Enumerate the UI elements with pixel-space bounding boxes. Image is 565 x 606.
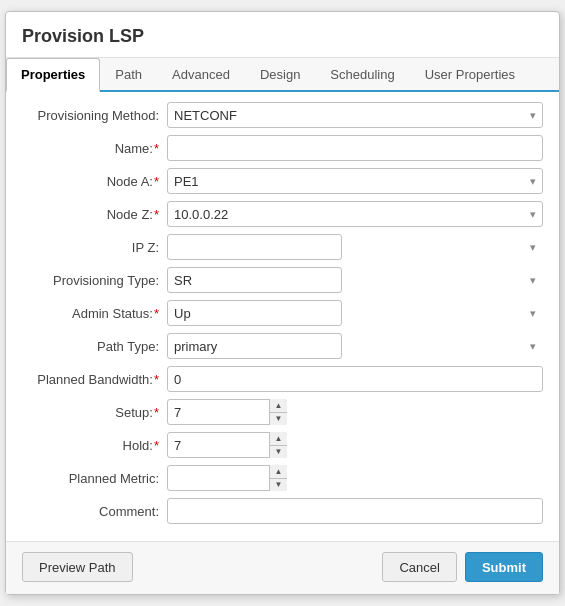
planned-bandwidth-input[interactable] — [167, 366, 543, 392]
node-z-select[interactable]: 10.0.0.22 — [167, 201, 543, 227]
hold-label: Hold:* — [22, 438, 167, 453]
planned-bandwidth-label: Planned Bandwidth:* — [22, 372, 167, 387]
hold-required-star: * — [154, 438, 159, 453]
setup-spinner-buttons: ▲ ▼ — [269, 399, 287, 425]
comment-input[interactable] — [167, 498, 543, 524]
provisioning-type-select-wrapper: SR ▾ — [167, 267, 543, 293]
path-type-label: Path Type: — [22, 339, 167, 354]
name-input[interactable] — [167, 135, 543, 161]
setup-spinner-wrapper: ▲ ▼ — [167, 399, 287, 425]
planned-metric-decrement-button[interactable]: ▼ — [270, 479, 287, 492]
tab-properties[interactable]: Properties — [6, 58, 100, 92]
admin-status-label: Admin Status:* — [22, 306, 167, 321]
name-label: Name:* — [22, 141, 167, 156]
admin-status-chevron-icon: ▾ — [530, 307, 536, 320]
planned-bandwidth-required-star: * — [154, 372, 159, 387]
ip-z-label: IP Z: — [22, 240, 167, 255]
form-area: Provisioning Method: NETCONF ▾ Name:* No… — [6, 92, 559, 541]
path-type-select-wrapper: primary ▾ — [167, 333, 543, 359]
tab-path[interactable]: Path — [100, 58, 157, 92]
provisioning-type-row: Provisioning Type: SR ▾ — [22, 267, 543, 293]
planned-bandwidth-row: Planned Bandwidth:* — [22, 366, 543, 392]
dialog-footer: Preview Path Cancel Submit — [6, 541, 559, 594]
name-row: Name:* — [22, 135, 543, 161]
admin-status-select-wrapper: Up ▾ — [167, 300, 543, 326]
admin-status-row: Admin Status:* Up ▾ — [22, 300, 543, 326]
comment-label: Comment: — [22, 504, 167, 519]
tab-advanced[interactable]: Advanced — [157, 58, 245, 92]
hold-spinner-wrapper: ▲ ▼ — [167, 432, 287, 458]
name-required-star: * — [154, 141, 159, 156]
planned-metric-spinner-wrapper: ▲ ▼ — [167, 465, 287, 491]
provision-lsp-dialog: Provision LSP Properties Path Advanced D… — [5, 11, 560, 595]
dialog-title: Provision LSP — [6, 12, 559, 58]
path-type-chevron-icon: ▾ — [530, 340, 536, 353]
provisioning-type-label: Provisioning Type: — [22, 273, 167, 288]
planned-metric-spinner-buttons: ▲ ▼ — [269, 465, 287, 491]
tab-user-properties[interactable]: User Properties — [410, 58, 530, 92]
submit-button[interactable]: Submit — [465, 552, 543, 582]
comment-row: Comment: — [22, 498, 543, 524]
provisioning-type-chevron-icon: ▾ — [530, 274, 536, 287]
node-a-required-star: * — [154, 174, 159, 189]
node-a-select[interactable]: PE1 — [167, 168, 543, 194]
admin-status-select[interactable]: Up — [167, 300, 342, 326]
setup-increment-button[interactable]: ▲ — [270, 399, 287, 413]
ip-z-select-wrapper: ▾ — [167, 234, 543, 260]
path-type-select[interactable]: primary — [167, 333, 342, 359]
provisioning-method-row: Provisioning Method: NETCONF ▾ — [22, 102, 543, 128]
node-z-required-star: * — [154, 207, 159, 222]
tab-bar: Properties Path Advanced Design Scheduli… — [6, 58, 559, 92]
planned-metric-row: Planned Metric: ▲ ▼ — [22, 465, 543, 491]
cancel-button[interactable]: Cancel — [382, 552, 456, 582]
provisioning-type-select[interactable]: SR — [167, 267, 342, 293]
footer-right-buttons: Cancel Submit — [382, 552, 543, 582]
hold-decrement-button[interactable]: ▼ — [270, 446, 287, 459]
admin-status-required-star: * — [154, 306, 159, 321]
hold-increment-button[interactable]: ▲ — [270, 432, 287, 446]
setup-label: Setup:* — [22, 405, 167, 420]
tab-design[interactable]: Design — [245, 58, 315, 92]
path-type-row: Path Type: primary ▾ — [22, 333, 543, 359]
node-a-row: Node A:* PE1 ▾ — [22, 168, 543, 194]
node-z-row: Node Z:* 10.0.0.22 ▾ — [22, 201, 543, 227]
ip-z-chevron-icon: ▾ — [530, 241, 536, 254]
node-z-select-wrapper: 10.0.0.22 ▾ — [167, 201, 543, 227]
node-a-select-wrapper: PE1 ▾ — [167, 168, 543, 194]
planned-metric-increment-button[interactable]: ▲ — [270, 465, 287, 479]
hold-spinner-buttons: ▲ ▼ — [269, 432, 287, 458]
node-a-label: Node A:* — [22, 174, 167, 189]
ip-z-row: IP Z: ▾ — [22, 234, 543, 260]
setup-required-star: * — [154, 405, 159, 420]
setup-decrement-button[interactable]: ▼ — [270, 413, 287, 426]
provisioning-method-label: Provisioning Method: — [22, 108, 167, 123]
planned-metric-label: Planned Metric: — [22, 471, 167, 486]
setup-row: Setup:* ▲ ▼ — [22, 399, 543, 425]
ip-z-select[interactable] — [167, 234, 342, 260]
provisioning-method-select[interactable]: NETCONF — [167, 102, 543, 128]
tab-scheduling[interactable]: Scheduling — [315, 58, 409, 92]
node-z-label: Node Z:* — [22, 207, 167, 222]
provisioning-method-select-wrapper: NETCONF ▾ — [167, 102, 543, 128]
hold-row: Hold:* ▲ ▼ — [22, 432, 543, 458]
preview-path-button[interactable]: Preview Path — [22, 552, 133, 582]
